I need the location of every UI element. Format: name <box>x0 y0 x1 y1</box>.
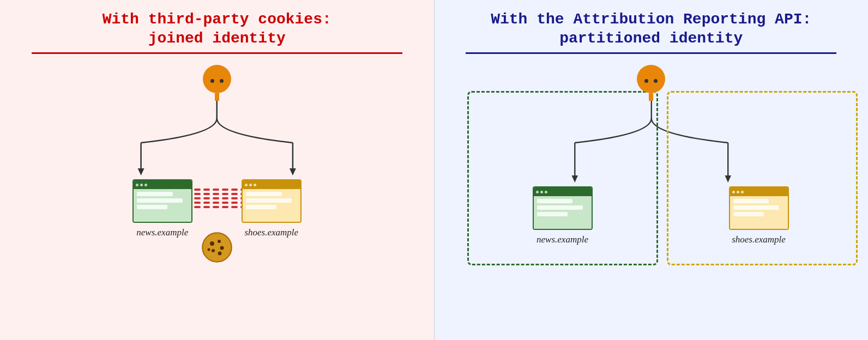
left-browsers-wrap: news.example shoes.example <box>132 179 302 238</box>
left-title-line2: joined identity <box>148 30 286 47</box>
bd <box>136 184 138 186</box>
person-eyes-right <box>644 76 658 83</box>
browser-body-shoes-left <box>243 189 300 222</box>
left-divider <box>32 52 402 54</box>
browser-body-news-left <box>134 189 191 222</box>
bl <box>537 205 583 210</box>
svg-point-12 <box>207 248 210 251</box>
person-head-right <box>637 65 665 93</box>
left-title-line1: With third-party cookies: <box>103 11 331 28</box>
bl <box>246 192 282 196</box>
right-panel: With the Attribution Reporting API: part… <box>435 0 869 340</box>
browser-news-right <box>533 186 593 230</box>
bl <box>733 199 769 203</box>
bl <box>137 205 167 209</box>
browser-toolbar-shoes-left <box>243 180 300 189</box>
bl <box>537 199 573 203</box>
bd <box>732 191 735 193</box>
svg-marker-4 <box>290 168 296 175</box>
person-neck-right <box>649 93 653 101</box>
bd <box>140 184 143 186</box>
svg-marker-2 <box>138 168 144 175</box>
svg-point-9 <box>220 246 224 250</box>
bl <box>246 205 276 209</box>
bd <box>245 184 248 186</box>
bd <box>545 191 547 193</box>
right-title-line1: With the Attribution Reporting API: <box>491 11 811 28</box>
bl <box>733 205 780 210</box>
browser-toolbar-shoes-right <box>730 187 788 196</box>
left-title: With third-party cookies: joined identit… <box>103 10 331 48</box>
bl <box>537 212 568 216</box>
person-head-left <box>203 65 231 93</box>
bl <box>137 192 173 196</box>
person-eye-left-2 <box>220 79 224 83</box>
right-title-line2: partitioned identity <box>559 30 743 47</box>
bl <box>137 198 183 203</box>
bd <box>536 191 539 193</box>
right-person <box>637 65 665 101</box>
person-eye-right-2 <box>654 79 658 83</box>
browser-shoes-right <box>729 186 789 230</box>
person-eye-right-1 <box>644 79 648 83</box>
browser-news-left <box>132 179 192 223</box>
left-browser-shoes: shoes.example <box>242 179 302 238</box>
svg-point-7 <box>210 241 214 246</box>
left-person <box>203 65 231 101</box>
left-news-label: news.example <box>136 227 188 238</box>
person-eye-left-1 <box>210 79 214 83</box>
right-browser-news: news.example <box>533 186 593 245</box>
left-shoes-label: shoes.example <box>244 227 298 238</box>
bl <box>246 198 292 203</box>
svg-point-6 <box>203 234 231 261</box>
svg-point-8 <box>218 240 221 243</box>
right-browser-shoes: shoes.example <box>729 186 789 245</box>
browser-body-news-right <box>534 196 592 229</box>
right-news-label: news.example <box>537 234 588 245</box>
right-divider <box>466 52 836 54</box>
svg-point-11 <box>218 252 221 256</box>
right-shoes-label: shoes.example <box>732 234 786 245</box>
bd <box>249 184 252 186</box>
bd <box>254 184 256 186</box>
bd <box>737 191 739 193</box>
cookie-icon <box>201 232 233 265</box>
browser-body-shoes-right <box>730 196 788 229</box>
left-panel: With third-party cookies: joined identit… <box>0 0 435 340</box>
left-browser-news: news.example <box>132 179 192 238</box>
browser-shoes-left <box>242 179 302 223</box>
person-neck-left <box>215 93 219 101</box>
left-diagram: news.example shoes.example <box>11 64 423 271</box>
browser-toolbar-news-right <box>534 187 592 196</box>
browser-toolbar-news-left <box>134 180 191 189</box>
right-title: With the Attribution Reporting API: part… <box>491 10 811 48</box>
right-diagram: news.example shoes.example <box>445 64 858 293</box>
bd <box>540 191 543 193</box>
person-eyes-left <box>210 76 224 83</box>
cookie-svg <box>201 232 233 263</box>
svg-point-10 <box>212 249 215 252</box>
bd <box>144 184 147 186</box>
bl <box>733 212 764 216</box>
bd <box>741 191 744 193</box>
